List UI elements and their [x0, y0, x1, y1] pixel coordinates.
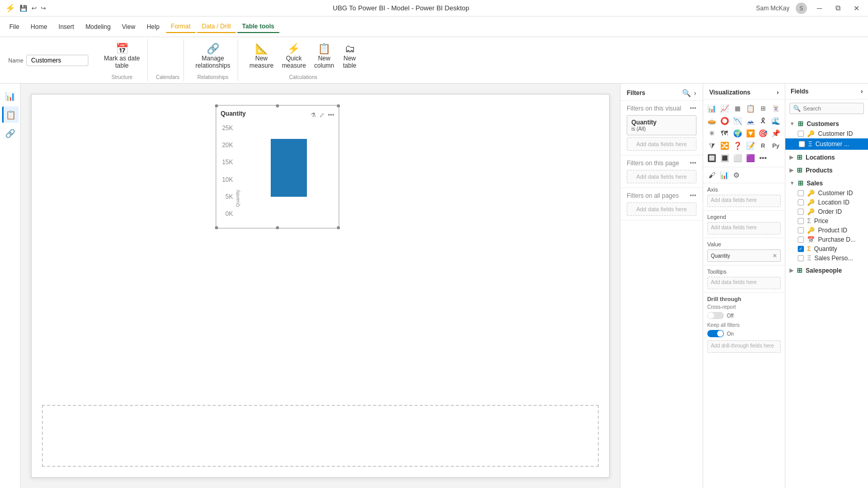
resize-handle-bc[interactable] — [276, 226, 279, 229]
viz-icon-table[interactable]: 📋 — [745, 103, 756, 114]
viz-icon-ribbon[interactable]: 🎗 — [757, 115, 769, 127]
viz-icon-scatter[interactable]: ✳ — [706, 128, 718, 139]
viz-icon-bar2[interactable]: 📈 — [719, 103, 730, 114]
manage-relationships-button[interactable]: 🔗 Managerelationships — [192, 41, 233, 71]
viz-icon-line[interactable]: 📉 — [732, 115, 743, 127]
customer-id-checkbox[interactable] — [798, 131, 804, 137]
field-quantity[interactable]: ✓ Σ Quantity — [785, 244, 868, 254]
viz-tool-field[interactable]: ⚙ — [731, 169, 742, 181]
resize-handle-br[interactable] — [337, 226, 340, 229]
resize-handle-bl[interactable] — [215, 226, 218, 229]
add-all-filter[interactable]: Add data fields here — [627, 202, 696, 216]
field-sales-customer-id[interactable]: 🔑 Customer ID — [785, 188, 868, 198]
menu-insert[interactable]: Insert — [53, 21, 79, 33]
customer-name-checkbox[interactable] — [799, 141, 805, 147]
close-button[interactable]: ✕ — [850, 2, 863, 14]
keep-filters-toggle[interactable] — [707, 330, 724, 337]
axis-field-box[interactable]: Add data fields here — [707, 195, 781, 207]
field-product-id[interactable]: 🔑 Product ID — [785, 226, 868, 235]
resize-handle-tl[interactable] — [215, 104, 218, 107]
fields-search-box[interactable]: 🔍 — [789, 103, 864, 114]
menu-file[interactable]: File — [4, 21, 24, 33]
sidebar-icon-data[interactable]: 📋 — [2, 106, 19, 123]
viz-icon-funnel[interactable]: 🔽 — [745, 128, 756, 139]
field-customer-id[interactable]: 🔑 Customer ID — [785, 129, 868, 138]
viz-icon-custom4[interactable]: 🟪 — [745, 152, 756, 164]
viz-icon-filled-map[interactable]: 🌍 — [732, 128, 743, 139]
sidebar-icon-report[interactable]: 📊 — [2, 88, 19, 104]
customers-table-header[interactable]: ▼ ⊞ Customers — [785, 118, 868, 129]
title-save-icon[interactable]: 💾 — [20, 5, 27, 12]
viz-icon-slicer[interactable]: ⧩ — [706, 140, 718, 151]
price-checkbox[interactable] — [798, 218, 804, 224]
minimize-button[interactable]: ─ — [813, 2, 826, 14]
value-field-box[interactable]: Quantity ✕ — [707, 249, 781, 262]
menu-table-tools[interactable]: Table tools — [237, 21, 280, 33]
field-customer-name[interactable]: Ξ Customer ... — [785, 138, 868, 150]
viz-tool-analytics[interactable]: 📊 — [719, 169, 730, 181]
fields-search-input[interactable] — [803, 105, 868, 112]
viz-icon-kpi[interactable]: 📌 — [770, 128, 782, 139]
viz-icon-pie[interactable]: 🥧 — [706, 115, 718, 127]
bar[interactable] — [271, 139, 307, 197]
new-column-button[interactable]: 📋 Newcolumn — [311, 41, 337, 71]
filters-all-more[interactable]: ••• — [690, 192, 696, 199]
field-sales-location-id[interactable]: 🔑 Location ID — [785, 198, 868, 207]
menu-data-drill[interactable]: Data / Drill — [197, 21, 236, 33]
new-table-button[interactable]: 🗂 Newtable — [339, 41, 360, 71]
viz-expand-icon[interactable]: › — [777, 89, 779, 96]
fields-expand-icon[interactable]: › — [861, 88, 863, 95]
name-input[interactable] — [26, 55, 88, 66]
viz-icon-custom2[interactable]: 🔳 — [719, 152, 730, 164]
viz-icon-area[interactable]: 🗻 — [745, 115, 756, 127]
viz-icon-smart-narr[interactable]: 📝 — [745, 140, 756, 151]
filter-expand-icon[interactable]: › — [694, 89, 696, 97]
sales-table-header[interactable]: ▼ ⊞ Sales — [785, 178, 868, 188]
field-order-id[interactable]: 🔑 Order ID — [785, 207, 868, 216]
menu-modeling[interactable]: Modeling — [80, 21, 116, 33]
drill-through-field-box[interactable]: Add drill-through fields here — [707, 340, 781, 353]
viz-icon-waterfall[interactable]: 🌊 — [770, 115, 782, 127]
purchase-d-checkbox[interactable] — [798, 237, 804, 243]
tooltips-field-box[interactable]: Add data fields here — [707, 277, 781, 289]
cross-report-toggle[interactable] — [707, 312, 724, 319]
menu-home[interactable]: Home — [25, 21, 52, 33]
viz-icon-qna[interactable]: ❓ — [732, 140, 743, 151]
sales-location-id-checkbox[interactable] — [798, 199, 804, 206]
quantity-checkbox[interactable]: ✓ — [798, 246, 804, 252]
more-options-icon[interactable]: ••• — [328, 112, 334, 119]
menu-help[interactable]: Help — [142, 21, 165, 33]
chart-visual[interactable]: Quantity ⚗ ⤢ ••• 25K 20K 15K 10K 5K — [215, 105, 339, 229]
quantity-filter-box[interactable]: Quantity is (All) — [627, 115, 696, 135]
viz-icon-more[interactable]: ••• — [757, 152, 769, 164]
filter-icon[interactable]: ⚗ — [311, 112, 316, 119]
filter-search-icon[interactable]: 🔍 — [682, 89, 691, 97]
viz-icon-r[interactable]: R — [757, 140, 769, 151]
restore-button[interactable]: ⧉ — [832, 2, 844, 14]
viz-icon-bar[interactable]: 📊 — [706, 103, 718, 114]
menu-format[interactable]: Format — [166, 21, 196, 33]
focus-icon[interactable]: ⤢ — [319, 112, 324, 119]
menu-view[interactable]: View — [117, 21, 141, 33]
order-id-checkbox[interactable] — [798, 209, 804, 215]
viz-icon-custom1[interactable]: 🔲 — [706, 152, 718, 164]
new-measure-button[interactable]: 📐 Newmeasure — [246, 41, 277, 71]
product-id-checkbox[interactable] — [798, 227, 804, 233]
products-table-header[interactable]: ▶ ⊞ Products — [785, 165, 868, 176]
quick-measure-button[interactable]: ⚡ Quickmeasure — [278, 41, 309, 71]
viz-tool-format[interactable]: 🖌 — [706, 169, 718, 181]
value-remove-button[interactable]: ✕ — [772, 253, 777, 259]
viz-icon-decomp[interactable]: 🔀 — [719, 140, 730, 151]
viz-icon-gauge[interactable]: 🎯 — [757, 128, 769, 139]
resize-handle-tc[interactable] — [276, 104, 279, 107]
viz-icon-card[interactable]: 🃏 — [770, 103, 782, 114]
viz-icon-custom3[interactable]: ⬜ — [732, 152, 743, 164]
resize-handle-tr[interactable] — [337, 104, 340, 107]
add-page-filter[interactable]: Add data fields here — [627, 170, 696, 183]
salespeople-table-header[interactable]: ▶ ⊞ Salespeople — [785, 265, 868, 276]
field-sales-perso[interactable]: Ξ Sales Perso... — [785, 254, 868, 263]
viz-icon-donut[interactable]: ⭕ — [719, 115, 730, 127]
sales-perso-checkbox[interactable] — [798, 255, 804, 261]
title-undo-icon[interactable]: ↩ — [32, 5, 37, 12]
viz-icon-matrix[interactable]: ⊞ — [757, 103, 769, 114]
